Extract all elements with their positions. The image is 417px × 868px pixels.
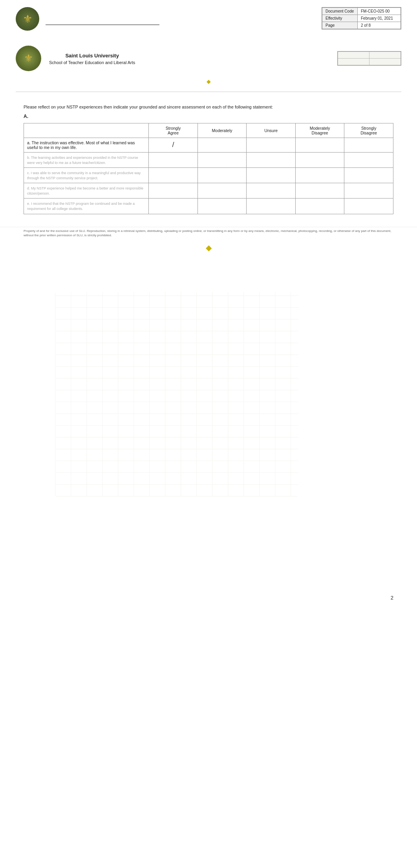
rating-b-strongly-agree	[149, 152, 198, 167]
col-strongly-agree: StronglyAgree	[149, 123, 198, 138]
col-unsure: Unsure	[247, 123, 296, 138]
col-statement	[24, 123, 149, 138]
school-name: School of Teacher Education and Liberal …	[49, 60, 135, 65]
university-logo	[16, 7, 39, 31]
col-strongly-disagree: StronglyDisagree	[344, 123, 393, 138]
rating-e-moderately	[198, 199, 247, 214]
statement-a: a. The instruction was effective. Most o…	[24, 138, 149, 152]
header-main: Saint Louis University School of Teacher…	[0, 34, 417, 75]
deco-bottom: ◆	[0, 239, 417, 256]
col-mod-disagree: ModeratelyDisagree	[295, 123, 344, 138]
content-area: Please reflect on your NSTP experiences …	[0, 96, 417, 226]
rating-a-unsure	[247, 138, 296, 152]
rating-a-strongly-agree: /	[149, 138, 198, 152]
header-cell-2	[369, 52, 401, 59]
statement-b: b. The learning activities and experienc…	[24, 152, 149, 167]
table-row: b. The learning activities and experienc…	[24, 152, 393, 167]
header-top: Document Code FM-CEO-025 00 Effectivity …	[0, 0, 417, 34]
logo-area	[16, 7, 159, 31]
statement-e: e. I recommend that the NSTP program be …	[24, 199, 149, 214]
statement-b-text: b. The learning activities and experienc…	[27, 156, 138, 165]
header-cell-4	[369, 59, 401, 65]
doc-code-value: FM-CEO-025 00	[358, 8, 401, 15]
rating-b-unsure	[247, 152, 296, 167]
rating-e-unsure	[247, 199, 296, 214]
effectivity-label: Effectivity	[322, 15, 358, 22]
header-cell-3	[338, 59, 369, 65]
header-left: Saint Louis University School of Teacher…	[16, 46, 135, 71]
rating-a-strongly-disagree	[344, 138, 393, 152]
header-right-table	[337, 51, 401, 66]
statement-d-text: d. My NSTP experience helped me become a…	[27, 186, 143, 195]
statement-c-text: c. I was able to serve the community in …	[27, 171, 141, 180]
rating-d-strongly-disagree	[344, 183, 393, 199]
checkmark-a: /	[152, 141, 194, 149]
page-label: Page	[322, 22, 358, 29]
statement-c: c. I was able to serve the community in …	[24, 167, 149, 183]
rating-e-strongly-disagree	[344, 199, 393, 214]
header-cell-1	[338, 52, 369, 59]
table-row: d. My NSTP experience helped me become a…	[24, 183, 393, 199]
survey-table: StronglyAgree Moderately Unsure Moderate…	[24, 123, 393, 214]
effectivity-value: February 01, 2021	[358, 15, 401, 22]
deco-top: ◆	[0, 75, 417, 88]
header-line	[46, 24, 159, 25]
rating-c-strongly-disagree	[344, 167, 393, 183]
rating-b-moderately	[198, 152, 247, 167]
footer-notice: Property of and for the exclusive use of…	[0, 227, 417, 239]
rating-d-mod-disagree	[295, 183, 344, 199]
map-overlay	[55, 292, 298, 497]
rating-d-unsure	[247, 183, 296, 199]
page: Document Code FM-CEO-025 00 Effectivity …	[0, 0, 417, 868]
rating-d-moderately	[198, 183, 247, 199]
university-logo-2	[16, 46, 41, 71]
university-title: Saint Louis University	[49, 52, 135, 60]
rating-e-strongly-agree	[149, 199, 198, 214]
page-number: 2	[391, 595, 393, 601]
rating-c-unsure	[247, 167, 296, 183]
rating-a-mod-disagree	[295, 138, 344, 152]
table-row: c. I was able to serve the community in …	[24, 167, 393, 183]
section-label: A.	[24, 114, 393, 119]
university-name-block: Saint Louis University School of Teacher…	[49, 52, 135, 65]
doc-info-table: Document Code FM-CEO-025 00 Effectivity …	[322, 7, 401, 29]
rating-e-mod-disagree	[295, 199, 344, 214]
rating-b-strongly-disagree	[344, 152, 393, 167]
table-row: a. The instruction was effective. Most o…	[24, 138, 393, 152]
rating-b-mod-disagree	[295, 152, 344, 167]
rating-d-strongly-agree	[149, 183, 198, 199]
statement-e-text: e. I recommend that the NSTP program be …	[27, 202, 135, 211]
rating-c-mod-disagree	[295, 167, 344, 183]
rating-c-strongly-agree	[149, 167, 198, 183]
statement-d: d. My NSTP experience helped me become a…	[24, 183, 149, 199]
table-row: e. I recommend that the NSTP program be …	[24, 199, 393, 214]
rating-a-moderately	[198, 138, 247, 152]
separator	[16, 92, 401, 92]
table-wrapper: StronglyAgree Moderately Unsure Moderate…	[24, 123, 393, 214]
col-moderately: Moderately	[198, 123, 247, 138]
doc-code-label: Document Code	[322, 8, 358, 15]
page-value: 2 of 8	[358, 22, 401, 29]
rating-c-moderately	[198, 167, 247, 183]
instruction-text: Please reflect on your NSTP experiences …	[24, 104, 393, 110]
